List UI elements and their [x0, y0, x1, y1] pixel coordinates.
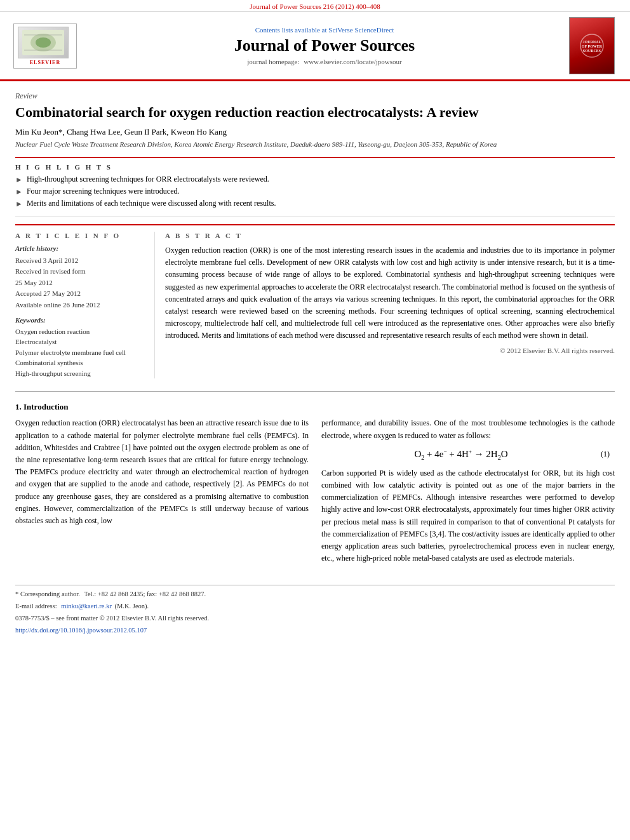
footnote-issn-line: 0378-7753/$ – see front matter © 2012 El…	[15, 613, 615, 623]
svg-point-2	[36, 37, 51, 48]
arrow-icon-2: ►	[15, 187, 23, 197]
highlight-item-2: ► Four major screening techniques were i…	[15, 187, 615, 197]
highlight-item-3: ► Merits and limitations of each techniq…	[15, 199, 615, 209]
sciverse-line: Contents lists available at SciVerse Sci…	[88, 26, 561, 34]
footnote-area: * Corresponding author. Tel.: +82 42 868…	[15, 585, 615, 635]
ps-logo-box: JOURNAL OF POWER SOURCES	[569, 17, 615, 74]
keyword-4: Combinatorial synthesis	[15, 357, 145, 368]
keyword-1: Oxygen reduction reaction	[15, 326, 145, 337]
homepage-label: journal homepage:	[247, 58, 299, 65]
revised-label: Received in revised form	[15, 267, 145, 276]
article-info-col: A R T I C L E I N F O Article history: R…	[15, 232, 155, 378]
section-label: Review	[15, 91, 615, 101]
elsevier-logo-box: ELSEVIER	[13, 23, 77, 69]
footnote-email-link[interactable]: minku@kaeri.re.kr	[61, 603, 112, 610]
available-date: Available online 26 June 2012	[15, 300, 145, 310]
keyword-2: Electrocatalyst	[15, 337, 145, 347]
footnote-email-line: E-mail address: minku@kaeri.re.kr (M.K. …	[15, 601, 615, 611]
main-content: Review Combinatorial search for oxygen r…	[0, 81, 630, 635]
arrow-icon-3: ►	[15, 199, 23, 209]
elsevier-label: ELSEVIER	[18, 60, 72, 65]
footnote-corresponding-label: * Corresponding author.	[15, 590, 80, 597]
intro-para-right-2: Carbon supported Pt is widely used as th…	[321, 467, 615, 565]
arrow-icon-1: ►	[15, 175, 23, 185]
homepage-url: www.elsevier.com/locate/jpowsour	[304, 58, 401, 65]
article-info-title: A R T I C L E I N F O	[15, 232, 145, 239]
doi-link[interactable]: http://dx.doi.org/10.1016/j.jpowsour.201…	[15, 627, 147, 634]
highlight-text-3: Merits and limitations of each technique…	[27, 199, 276, 208]
elsevier-logo-area: ELSEVIER	[10, 23, 80, 69]
footnote-email-label: E-mail address:	[15, 603, 57, 610]
journal-logo-right: JOURNAL OF POWER SOURCES	[569, 17, 620, 74]
keyword-3: Polymer electrolyte membrane fuel cell	[15, 347, 145, 358]
highlights-title: H I G H L I G H T S	[15, 163, 615, 171]
footnote-tel-fax: Tel.: +82 42 868 2435; fax: +82 42 868 8…	[84, 590, 206, 597]
journal-homepage: journal homepage: www.elsevier.com/locat…	[88, 58, 561, 65]
highlight-item-1: ► High-throughput screening techniques f…	[15, 175, 615, 185]
issn-text: 0378-7753/$ – see front matter © 2012 El…	[15, 615, 209, 622]
paper-title: Combinatorial search for oxygen reductio…	[15, 103, 615, 122]
keyword-5: High-throughput screening	[15, 368, 145, 379]
article-abstract-section: A R T I C L E I N F O Article history: R…	[15, 224, 615, 378]
contents-text: Contents lists available at	[255, 26, 327, 34]
journal-header-center: Contents lists available at SciVerse Sci…	[88, 26, 561, 65]
svg-text:OF POWER: OF POWER	[582, 44, 603, 48]
authors-line: Min Ku Jeon*, Chang Hwa Lee, Geun Il Par…	[15, 127, 615, 137]
copyright-line: © 2012 Elsevier B.V. All rights reserved…	[165, 347, 615, 354]
authors-text: Min Ku Jeon*, Chang Hwa Lee, Geun Il Par…	[15, 127, 227, 137]
abstract-col: A B S T R A C T Oxygen reduction reactio…	[165, 232, 615, 378]
journal-title: Journal of Power Sources	[88, 36, 561, 55]
intro-para-left: Oxygen reduction reaction (ORR) electroc…	[15, 417, 309, 527]
intro-left-col: Oxygen reduction reaction (ORR) electroc…	[15, 417, 309, 570]
abstract-text: Oxygen reduction reaction (ORR) is one o…	[165, 244, 615, 342]
intro-section: Oxygen reduction reaction (ORR) electroc…	[15, 417, 615, 570]
journal-top-bar: Journal of Power Sources 216 (2012) 400–…	[0, 0, 630, 12]
equation-text: O2 + 4e− + 4H+ → 2H2O	[321, 448, 601, 461]
intro-right-col: performance, and durability issues. One …	[321, 417, 615, 570]
journal-citation: Journal of Power Sources 216 (2012) 400–…	[250, 3, 380, 10]
highlights-section: H I G H L I G H T S ► High-throughput sc…	[15, 157, 615, 217]
received-date: Received 3 April 2012	[15, 256, 145, 265]
sciverse-link[interactable]: SciVerse ScienceDirect	[328, 26, 394, 34]
highlight-text-1: High-throughput screening techniques for…	[27, 175, 269, 184]
intro-title-text: 1. Introduction	[15, 402, 69, 411]
abstract-title: A B S T R A C T	[165, 232, 615, 239]
svg-text:JOURNAL: JOURNAL	[582, 40, 601, 44]
footnote-corresponding: * Corresponding author. Tel.: +82 42 868…	[15, 589, 615, 599]
revised-date: 25 May 2012	[15, 278, 145, 288]
highlight-text-2: Four major screening techniques were int…	[27, 187, 180, 196]
article-history-label: Article history:	[15, 244, 145, 252]
equation-number: (1)	[601, 450, 610, 459]
footnote-doi-line: http://dx.doi.org/10.1016/j.jpowsour.201…	[15, 625, 615, 636]
footnote-email-suffix: (M.K. Jeon).	[115, 603, 149, 610]
intro-section-title: 1. Introduction	[15, 402, 615, 412]
keywords-label: Keywords:	[15, 316, 145, 324]
svg-text:SOURCES: SOURCES	[583, 49, 601, 53]
intro-para-right-1: performance, and durability issues. One …	[321, 417, 615, 441]
affiliation-text: Nuclear Fuel Cycle Waste Treatment Resea…	[15, 140, 615, 149]
elsevier-graphic	[18, 27, 69, 58]
section-divider	[15, 391, 615, 392]
equation-line: O2 + 4e− + 4H+ → 2H2O (1)	[321, 448, 615, 461]
accepted-date: Accepted 27 May 2012	[15, 289, 145, 298]
journal-header: ELSEVIER Contents lists available at Sci…	[0, 12, 630, 81]
